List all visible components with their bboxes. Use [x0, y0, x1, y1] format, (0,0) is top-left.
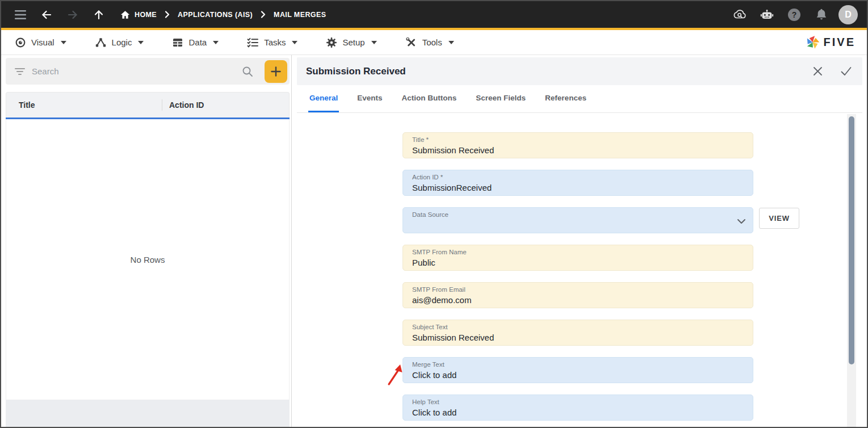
field-value [412, 220, 744, 231]
scrollbar-thumb[interactable] [849, 116, 854, 364]
field-label: Merge Text [412, 361, 744, 368]
detail-header: Submission Received [297, 57, 862, 85]
caret-down-icon [61, 41, 66, 44]
records-table: Title Action ID No Rows [6, 92, 290, 427]
menu-visual[interactable]: Visual [15, 37, 66, 48]
five-pinwheel-icon [805, 35, 820, 50]
tools-icon [405, 37, 417, 48]
smtp-from-name-field[interactable]: SMTP From Name Public [402, 245, 753, 271]
list-panel: Title Action ID No Rows [1, 55, 292, 427]
menu-setup[interactable]: Setup [326, 37, 376, 48]
field-label: Action ID * [412, 174, 744, 181]
tab-events[interactable]: Events [356, 85, 383, 112]
chevron-right-icon [261, 11, 266, 18]
form-scroll-area: Title * Submission Received Action ID * … [297, 113, 862, 427]
hamburger-menu-icon[interactable] [10, 5, 31, 25]
forward-icon[interactable] [62, 5, 83, 25]
general-form: Title * Submission Received Action ID * … [297, 113, 862, 421]
menu-tasks[interactable]: Tasks [247, 37, 297, 48]
field-value: Click to add [412, 407, 744, 418]
title-field[interactable]: Title * Submission Received [402, 132, 753, 158]
search-icon [242, 66, 253, 77]
smtp-from-email-field[interactable]: SMTP From Email ais@demo.com [402, 282, 753, 308]
up-icon[interactable] [89, 5, 109, 25]
caret-down-icon [213, 41, 219, 44]
menu-data[interactable]: Data [172, 37, 219, 48]
field-label: SMTP From Name [412, 249, 744, 256]
tab-references[interactable]: References [544, 85, 588, 112]
bell-icon[interactable] [811, 5, 832, 25]
field-value: ais@demo.com [412, 295, 744, 306]
caret-down-icon [138, 41, 144, 44]
cloud-search-icon[interactable] [729, 5, 750, 25]
add-record-button[interactable] [265, 60, 287, 83]
close-icon[interactable] [810, 64, 825, 79]
caret-down-icon [292, 41, 297, 44]
top-bar: HOME APPLICATIONS (AIS) MAIL MERGES ? D [1, 1, 867, 28]
gear-icon [326, 37, 337, 48]
annotation-arrow-icon [386, 362, 404, 388]
home-icon [120, 10, 130, 19]
detail-panel: Submission Received General Events Actio… [292, 55, 867, 427]
field-value: Public [412, 257, 744, 268]
page-title: Submission Received [306, 66, 406, 77]
logic-flow-icon [95, 37, 107, 48]
tab-bar: General Events Action Buttons Screen Fie… [297, 85, 862, 113]
field-label: Title * [412, 136, 744, 144]
save-check-icon[interactable] [838, 64, 853, 79]
merge-text-field[interactable]: Merge Text Click to add [402, 357, 753, 383]
chevron-right-icon [165, 11, 170, 18]
help-icon[interactable]: ? [784, 5, 804, 25]
bot-assistant-icon[interactable] [757, 5, 777, 25]
menu-tools[interactable]: Tools [405, 37, 454, 48]
help-text-field[interactable]: Help Text Click to add [402, 395, 753, 421]
breadcrumb-applications[interactable]: APPLICATIONS (AIS) [178, 11, 253, 19]
five-wordmark: FIVE [824, 36, 856, 49]
caret-down-icon [448, 41, 454, 44]
menu-logic[interactable]: Logic [95, 37, 144, 48]
caret-down-icon [371, 41, 377, 44]
checklist-icon [247, 37, 259, 48]
field-label: SMTP From Email [412, 286, 744, 293]
search-input[interactable] [32, 66, 242, 76]
field-label: Data Source [412, 211, 744, 219]
svg-text:?: ? [792, 10, 797, 19]
field-value: Click to add [412, 370, 744, 381]
column-divider [162, 99, 162, 111]
field-value: SubmissionReceived [412, 182, 744, 194]
table-footer [6, 400, 290, 427]
empty-state-text: No Rows [131, 255, 165, 265]
action-id-field[interactable]: Action ID * SubmissionReceived [402, 170, 753, 196]
field-label: Help Text [412, 398, 744, 406]
tab-action-buttons[interactable]: Action Buttons [401, 85, 458, 112]
table-body: No Rows [6, 119, 290, 400]
table-icon [172, 37, 183, 48]
field-label: Subject Text [412, 324, 744, 331]
view-button[interactable]: VIEW [759, 208, 799, 229]
subject-text-field[interactable]: Subject Text Submission Received [402, 320, 753, 346]
chevron-down-icon[interactable] [737, 216, 746, 226]
breadcrumb-home[interactable]: HOME [120, 10, 157, 19]
field-value: Submission Received [412, 332, 744, 343]
plus-icon [270, 66, 282, 77]
column-header-title[interactable]: Title [19, 100, 162, 110]
data-source-field[interactable]: Data Source VIEW [402, 207, 753, 233]
breadcrumb: HOME APPLICATIONS (AIS) MAIL MERGES [120, 10, 326, 19]
column-header-action-id[interactable]: Action ID [169, 100, 204, 110]
tab-general[interactable]: General [308, 85, 339, 112]
five-logo: FIVE [805, 35, 856, 50]
back-icon[interactable] [36, 5, 57, 25]
filter-icon [15, 68, 25, 75]
tab-screen-fields[interactable]: Screen Fields [475, 85, 527, 112]
eye-icon [15, 37, 26, 48]
table-header: Title Action ID [6, 92, 290, 118]
avatar[interactable]: D [838, 5, 858, 24]
breadcrumb-mail-merges[interactable]: MAIL MERGES [274, 11, 326, 19]
field-value: Submission Received [412, 145, 744, 156]
search-bar [6, 58, 290, 85]
scrollbar-track[interactable] [847, 114, 856, 427]
menu-bar: Visual Logic Data Tasks Setup Tools FIVE [1, 30, 867, 55]
